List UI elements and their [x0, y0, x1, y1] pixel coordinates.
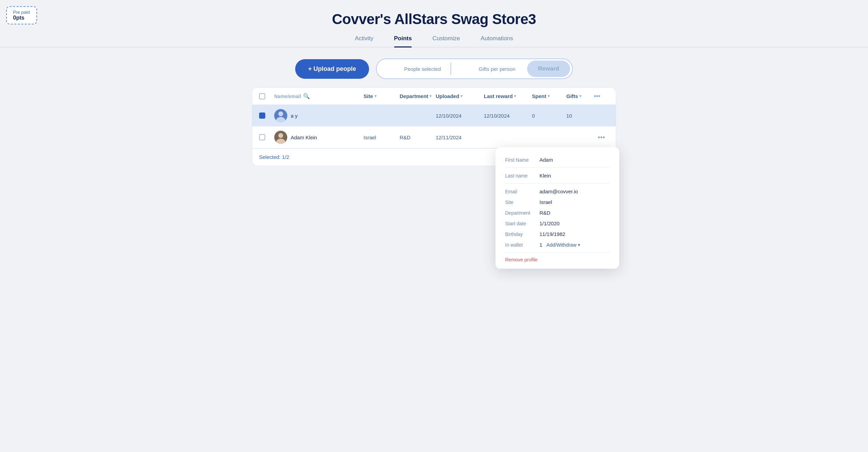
page-title: Covver's AllStars Swag Store3 — [0, 11, 868, 28]
search-icon[interactable]: 🔍 — [303, 93, 310, 99]
start-date-label: Start date — [505, 221, 536, 226]
row1-gifts: 10 — [566, 113, 594, 119]
chevron-down-icon: ▾ — [578, 243, 580, 247]
row2-name: Adam Klein — [291, 134, 317, 140]
table-header: Name/email 🔍 Site ▾ Department ▾ Uploade… — [252, 88, 616, 105]
table-row: a y 12/10/2024 12/10/2024 0 10 — [252, 105, 616, 127]
col-more[interactable]: ••• — [594, 93, 609, 100]
col-uploaded[interactable]: Uploaded ▾ — [436, 93, 484, 99]
row1-checkbox[interactable] — [259, 112, 274, 119]
department-value: R&D — [539, 210, 550, 216]
row1-spent: 0 — [532, 113, 566, 119]
select-all-checkbox[interactable] — [259, 93, 274, 99]
last-reward-sort-icon: ▾ — [514, 94, 516, 98]
tab-activity[interactable]: Activity — [355, 35, 374, 47]
last-name-value: Klein — [539, 173, 551, 179]
in-wallet-content: 1 Add/Withdraw ▾ — [539, 242, 580, 248]
email-value: adam@covver.io — [539, 189, 578, 194]
row2-department: R&D — [400, 134, 436, 140]
tab-customize[interactable]: Customize — [432, 35, 460, 47]
start-date-row: Start date 1/1/2020 — [505, 220, 610, 226]
tab-points[interactable]: Points — [394, 35, 412, 47]
gifts-sort-icon: ▾ — [579, 94, 581, 98]
add-withdraw-button[interactable]: Add/Withdraw ▾ — [546, 242, 580, 248]
selected-count: Selected: 1/2 — [259, 154, 289, 160]
prepaid-label: Pre paid — [13, 10, 30, 15]
row2-site: Israel — [364, 134, 400, 140]
row2-person[interactable]: Adam Klein — [274, 131, 364, 144]
tab-automations[interactable]: Automations — [481, 35, 513, 47]
uploaded-sort-icon: ▾ — [460, 94, 463, 98]
spent-sort-icon: ▾ — [548, 94, 550, 98]
upload-people-button[interactable]: + Upload people — [295, 59, 369, 79]
gifts-per-person-label: Gifts per person — [479, 66, 515, 72]
people-selected-segment: 1 People selected — [377, 64, 450, 73]
svg-point-1 — [278, 111, 283, 116]
email-label: Email — [505, 189, 536, 194]
first-name-label: First Name — [505, 157, 536, 163]
first-name-row: First Name Adam — [505, 157, 610, 168]
site-sort-icon: ▾ — [375, 94, 377, 98]
col-last-reward[interactable]: Last reward ▾ — [484, 93, 532, 99]
row2-more-button[interactable]: ••• — [594, 132, 609, 143]
email-row: Email adam@covver.io — [505, 189, 610, 194]
remove-profile-button[interactable]: Remove profile — [505, 252, 610, 262]
prepaid-badge: Pre paid 0pts — [6, 6, 37, 24]
row1-person[interactable]: a y — [274, 109, 364, 122]
main-content: + Upload people 1 People selected 0 Gift… — [245, 47, 623, 177]
start-date-value: 1/1/2020 — [539, 220, 559, 226]
in-wallet-value: 1 — [539, 242, 542, 248]
site-value: Israel — [539, 199, 552, 205]
row2-checkbox[interactable] — [259, 134, 274, 140]
gifts-per-person-input[interactable]: 0 — [461, 64, 475, 73]
more-options-icon[interactable]: ••• — [594, 93, 600, 100]
row1-name: a y — [291, 113, 298, 119]
table-row: Adam Klein Israel R&D 12/11/2024 ••• Fir… — [252, 127, 616, 148]
toolbar-row: + Upload people 1 People selected 0 Gift… — [252, 58, 616, 79]
site-row: Site Israel — [505, 199, 610, 205]
row1-uploaded: 12/10/2024 — [436, 113, 484, 119]
last-name-label: Last name — [505, 173, 536, 179]
col-name: Name/email 🔍 — [274, 93, 364, 99]
people-selected-input[interactable]: 1 — [386, 64, 400, 73]
person-detail-popup: First Name Adam Last name Klein Email ad… — [496, 147, 619, 269]
people-selected-label: People selected — [404, 66, 441, 72]
site-label: Site — [505, 200, 536, 205]
in-wallet-row: In wallet 1 Add/Withdraw ▾ — [505, 242, 610, 248]
prepaid-value: 0pts — [13, 15, 30, 21]
gifts-per-person-segment: 0 Gifts per person — [451, 64, 525, 73]
last-name-row: Last name Klein — [505, 173, 610, 184]
birthday-row: Birthday 11/19/1982 — [505, 231, 610, 237]
reward-bar: 1 People selected 0 Gifts per person Rew… — [376, 58, 573, 79]
people-table: Name/email 🔍 Site ▾ Department ▾ Uploade… — [252, 87, 616, 166]
svg-point-4 — [278, 133, 283, 138]
first-name-value: Adam — [539, 157, 553, 163]
department-row: Department R&D — [505, 210, 610, 216]
col-site[interactable]: Site ▾ — [364, 93, 400, 99]
page-header: Covver's AllStars Swag Store3 Activity P… — [0, 0, 868, 47]
reward-button[interactable]: Reward — [527, 61, 570, 77]
col-department[interactable]: Department ▾ — [400, 93, 436, 99]
row1-last-reward: 12/10/2024 — [484, 113, 532, 119]
department-label: Department — [505, 210, 536, 216]
department-sort-icon: ▾ — [430, 94, 432, 98]
birthday-label: Birthday — [505, 232, 536, 237]
in-wallet-label: In wallet — [505, 242, 536, 248]
col-spent[interactable]: Spent ▾ — [532, 93, 566, 99]
row2-uploaded: 12/11/2024 — [436, 134, 484, 140]
nav-tabs: Activity Points Customize Automations — [0, 35, 868, 47]
birthday-value: 11/19/1982 — [539, 231, 565, 237]
col-gifts[interactable]: Gifts ▾ — [566, 93, 594, 99]
